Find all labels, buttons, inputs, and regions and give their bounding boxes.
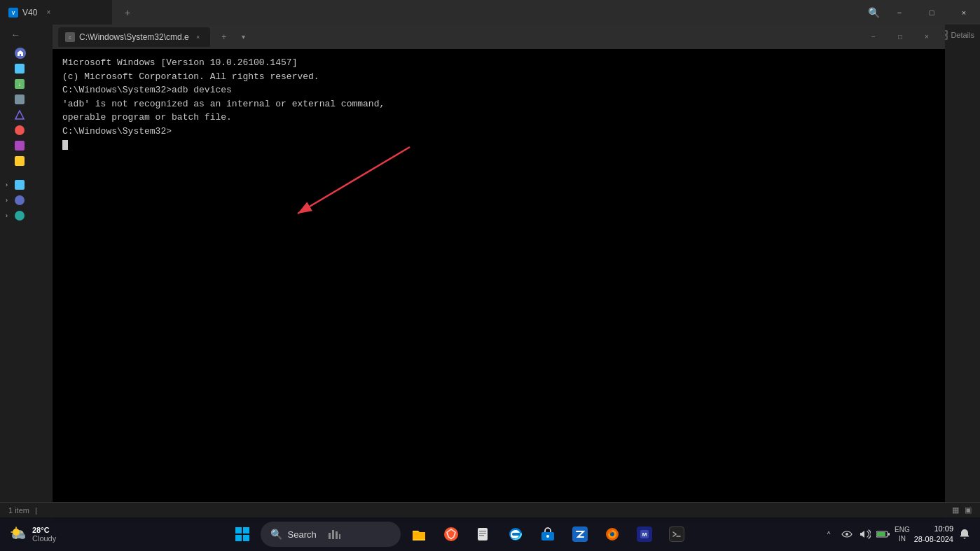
terminal-content[interactable]: Microsoft Windows [Version 10.0.26100.14…: [53, 49, 945, 523]
file-icon-home: [15, 48, 26, 59]
store-icon: [540, 526, 555, 542]
file-sidebar: ← ↓: [0, 25, 53, 523]
terminal-icon: [669, 526, 684, 542]
terminal-tab-label: C:\Windows\System32\cmd.e: [79, 32, 189, 42]
taskbar-app-z[interactable]: [566, 520, 594, 548]
taskbar-browser[interactable]: [437, 520, 465, 548]
group-icon-3: [15, 211, 25, 221]
search-text: Search: [288, 529, 317, 540]
item-count: 1 item: [8, 506, 29, 515]
maximize-button[interactable]: □: [916, 0, 948, 25]
window-controls: − □ ×: [883, 0, 980, 25]
taskbar-store[interactable]: [534, 520, 562, 548]
svg-rect-21: [332, 530, 334, 539]
terminal-line-6: operable program or batch file.: [62, 111, 935, 125]
terminal-minimize-button[interactable]: −: [861, 27, 886, 47]
time-display: 10:09: [934, 524, 953, 534]
tree-item-6[interactable]: [0, 138, 53, 153]
svg-text:M: M: [642, 531, 647, 538]
weather-icon: [8, 524, 28, 544]
tree-item-7[interactable]: [0, 153, 53, 169]
dropdown-button[interactable]: ▾: [235, 29, 252, 46]
terminal-tab-close-button[interactable]: ×: [193, 32, 203, 42]
terminal-line-4: C:\Windows\System32>adb devices: [62, 83, 935, 97]
sidebar-header: ←: [0, 25, 53, 44]
taskbar-file-explorer[interactable]: [405, 520, 433, 548]
right-panel: Details: [945, 25, 980, 523]
date-display: 28-08-2024: [914, 534, 953, 545]
taskbar-terminal[interactable]: [663, 520, 691, 548]
taskbar-firefox[interactable]: [598, 520, 626, 548]
tree-item-3[interactable]: [0, 92, 53, 107]
svg-rect-28: [479, 535, 484, 536]
lang-line1: ENG: [895, 525, 910, 534]
show-hidden-icons-button[interactable]: ^: [822, 527, 836, 541]
language-widget[interactable]: ENG IN: [895, 525, 910, 543]
clock-widget[interactable]: 10:09 28-08-2024: [914, 524, 953, 545]
svg-point-15: [13, 529, 20, 536]
svg-rect-19: [243, 535, 249, 541]
tree-group-1[interactable]: ›: [0, 177, 53, 193]
start-button[interactable]: [228, 520, 256, 548]
svg-rect-23: [339, 534, 340, 539]
app2-icon: M: [637, 526, 652, 542]
voice-search-icon[interactable]: [328, 527, 340, 542]
tree-group-3[interactable]: ›: [0, 208, 53, 223]
svg-rect-27: [479, 533, 486, 534]
taskbar-files[interactable]: [469, 520, 497, 548]
tree-item-2[interactable]: ↓: [0, 76, 53, 92]
add-tab-button[interactable]: +: [118, 3, 137, 22]
z-app-icon: [572, 526, 588, 542]
terminal-tab-icon: c: [65, 32, 75, 42]
weather-info: 28°C Cloudy: [32, 526, 56, 543]
tab-icon: V: [8, 8, 18, 18]
network-icon[interactable]: [840, 527, 854, 541]
files-icon: [476, 526, 491, 542]
notification-button[interactable]: [958, 527, 972, 541]
file-tree: ↓: [0, 44, 53, 523]
tree-group-2[interactable]: ›: [0, 193, 53, 208]
svg-point-38: [846, 533, 848, 536]
window-tab[interactable]: V V40 ×: [0, 0, 112, 25]
battery-icon[interactable]: [876, 527, 890, 541]
svg-rect-25: [478, 528, 488, 540]
file-icon-4: [15, 110, 25, 120]
tree-item-5[interactable]: [0, 123, 53, 138]
terminal-tabs: c C:\Windows\System32\cmd.e × + ▾ − □ ×: [53, 25, 945, 49]
terminal-tab-actions: + ▾: [216, 29, 252, 46]
svg-rect-40: [877, 532, 885, 536]
title-bar: V V40 × + 🔍 − □ ×: [0, 0, 980, 25]
weather-condition: Cloudy: [32, 534, 56, 543]
main-area: ← ↓: [0, 25, 980, 523]
tree-item-home[interactable]: [0, 46, 53, 61]
explorer-status-bar: 1 item | ▦ ▣: [0, 502, 980, 517]
close-button[interactable]: ×: [948, 0, 980, 25]
minimize-button[interactable]: −: [883, 0, 916, 25]
lang-line2: IN: [899, 534, 906, 543]
windows-icon: [235, 526, 250, 542]
add-terminal-button[interactable]: +: [216, 29, 233, 46]
grid-view-icon[interactable]: ▣: [965, 505, 972, 515]
search-button[interactable]: 🔍: [864, 3, 883, 22]
terminal-close-button[interactable]: ×: [914, 27, 939, 47]
volume-icon[interactable]: [858, 527, 872, 541]
taskbar-right: ^ ENG IN: [813, 524, 980, 545]
file-icon-7: [15, 156, 25, 166]
tab-close-button[interactable]: ×: [43, 7, 54, 18]
back-button[interactable]: ←: [6, 25, 25, 44]
tree-item-4[interactable]: [0, 107, 53, 123]
list-view-icon[interactable]: ▦: [952, 505, 959, 515]
tree-item-1[interactable]: [0, 61, 53, 76]
svg-line-6: [298, 147, 410, 214]
terminal-line-8: C:\Windows\System32>: [62, 125, 935, 139]
weather-widget[interactable]: 28°C Cloudy: [8, 524, 56, 544]
taskbar-app2[interactable]: M: [630, 520, 658, 548]
arrow-annotation: [235, 140, 431, 266]
firefox-icon: [605, 526, 620, 542]
svg-marker-2: [15, 111, 24, 119]
taskbar-edge[interactable]: [502, 520, 530, 548]
search-bar[interactable]: 🔍 Search: [261, 522, 401, 547]
svg-rect-22: [336, 531, 338, 539]
terminal-maximize-button[interactable]: □: [888, 27, 913, 47]
terminal-tab-cmd[interactable]: c C:\Windows\System32\cmd.e ×: [58, 27, 210, 47]
